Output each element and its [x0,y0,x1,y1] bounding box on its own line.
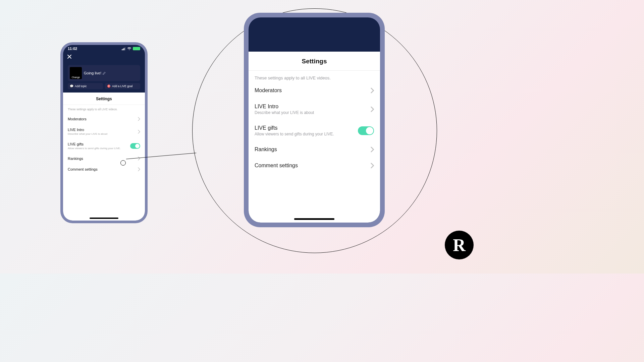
setting-row-live-gifts: LIVE gifts Allow viewers to send gifts d… [63,139,145,153]
phone-device-zoom: Settings These settings apply to all LIV… [244,13,385,227]
setting-row-moderators[interactable]: Moderators [63,114,145,124]
chevron-right-icon [138,167,140,171]
target-icon: 🎯 [107,84,111,88]
add-goal-chip[interactable]: 🎯 Add a LIVE goal [105,83,140,89]
settings-caption: These settings apply to all LIVE videos. [63,105,145,114]
status-bar: 11:02 [63,45,145,52]
live-setup-card: Change Going live! [68,65,140,81]
setting-title: Moderators [68,117,87,121]
setting-row-live-gifts: LIVE gifts Allow viewers to send gifts d… [249,120,380,141]
status-icons [122,47,140,50]
setting-sub: Allow viewers to send gifts during your … [68,147,121,150]
settings-header: Settings [63,93,145,105]
brand-logo-letter: R [453,235,466,255]
setting-row-moderators[interactable]: Moderators [249,82,380,99]
settings-panel-small: Settings These settings apply to all LIV… [63,93,145,221]
add-topic-chip[interactable]: 💬 Add topic [68,83,103,89]
setting-title: Rankings [68,157,83,161]
chevron-right-icon [370,163,374,169]
focus-dot [120,160,126,166]
setting-title: Rankings [255,146,277,153]
setting-sub: Describe what your LIVE is about [68,132,107,135]
settings-panel-zoom: Settings These settings apply to all LIV… [249,52,380,223]
live-title-text: Going live! [84,71,101,75]
setting-title: Comment settings [68,167,98,171]
close-button[interactable] [63,52,145,62]
status-time: 11:02 [68,47,77,51]
chevron-right-icon [370,87,374,94]
wifi-icon [127,47,131,50]
chevron-right-icon [370,106,374,112]
edit-icon [103,72,106,75]
setting-row-rankings[interactable]: Rankings [249,141,380,158]
svg-rect-3 [125,47,125,50]
setting-row-comment-settings[interactable]: Comment settings [249,158,380,174]
signal-icon [122,47,126,50]
live-gifts-toggle[interactable] [358,126,374,135]
live-title-row[interactable]: Going live! [84,67,106,79]
svg-rect-2 [124,48,124,50]
home-indicator [90,218,118,219]
setting-title: Moderators [255,87,282,94]
home-indicator [294,218,334,220]
setting-title: LIVE gifts [68,142,121,146]
live-thumbnail[interactable]: Change [70,67,82,79]
zoom-header-space [249,17,380,52]
setting-row-comment-settings[interactable]: Comment settings [63,164,145,175]
chevron-right-icon [138,117,140,121]
brand-logo-badge: R [445,231,474,259]
setting-sub: Allow viewers to send gifts during your … [255,132,334,136]
close-icon [67,54,72,59]
chevron-right-icon [138,157,140,161]
svg-rect-1 [123,49,123,50]
speech-bubble-icon: 💬 [70,84,73,88]
setting-title: Comment settings [255,163,298,169]
setting-row-live-intro[interactable]: LIVE Intro Describe what your LIVE is ab… [249,99,380,120]
change-thumbnail-label: Change [72,76,80,78]
chevron-right-icon [370,146,374,153]
settings-caption: These settings apply to all LIVE videos. [249,71,380,82]
add-goal-label: Add a LIVE goal [112,84,132,88]
add-topic-label: Add topic [75,84,87,88]
chips-row: 💬 Add topic 🎯 Add a LIVE goal [68,83,140,89]
svg-rect-0 [122,49,122,50]
setting-title: LIVE Intro [255,104,314,110]
setting-title: LIVE gifts [255,125,334,131]
phone-device-small: 11:02 Change Going live! 💬 Add topic [60,42,148,223]
phone-screen-zoom: Settings These settings apply to all LIV… [249,17,380,223]
battery-icon [133,47,140,50]
chevron-right-icon [138,130,140,134]
setting-row-live-intro[interactable]: LIVE Intro Describe what your LIVE is ab… [63,124,145,139]
settings-header: Settings [249,52,380,71]
live-gifts-toggle[interactable] [130,143,140,149]
phone-screen-small: 11:02 Change Going live! 💬 Add topic [63,45,145,221]
setting-title: LIVE Intro [68,128,107,132]
setting-sub: Describe what your LIVE is about [255,110,314,115]
